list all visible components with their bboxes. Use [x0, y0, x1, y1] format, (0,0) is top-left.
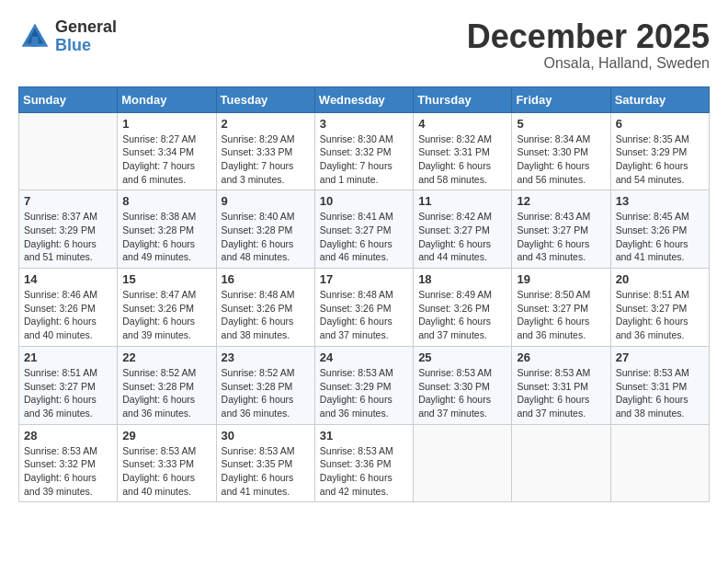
day-number: 11: [418, 194, 506, 208]
calendar-cell: 22Sunrise: 8:52 AM Sunset: 3:28 PM Dayli…: [118, 346, 216, 424]
day-info: Sunrise: 8:53 AM Sunset: 3:33 PM Dayligh…: [122, 444, 210, 499]
day-info: Sunrise: 8:48 AM Sunset: 3:26 PM Dayligh…: [222, 288, 310, 342]
calendar-cell: 28Sunrise: 8:53 AM Sunset: 3:32 PM Dayli…: [19, 424, 118, 502]
calendar-cell: 8Sunrise: 8:38 AM Sunset: 3:28 PM Daylig…: [118, 190, 216, 269]
day-info: Sunrise: 8:46 AM Sunset: 3:26 PM Dayligh…: [24, 288, 112, 342]
calendar-cell: 26Sunrise: 8:53 AM Sunset: 3:31 PM Dayli…: [512, 346, 610, 424]
calendar-cell: 1Sunrise: 8:27 AM Sunset: 3:34 PM Daylig…: [118, 112, 216, 190]
calendar-cell: 6Sunrise: 8:35 AM Sunset: 3:29 PM Daylig…: [610, 112, 709, 190]
day-number: 7: [24, 194, 112, 208]
calendar-cell: [414, 424, 512, 502]
day-info: Sunrise: 8:53 AM Sunset: 3:31 PM Dayligh…: [517, 366, 605, 420]
calendar-week-row: 14Sunrise: 8:46 AM Sunset: 3:26 PM Dayli…: [19, 269, 710, 347]
day-info: Sunrise: 8:49 AM Sunset: 3:26 PM Dayligh…: [418, 288, 506, 342]
calendar-cell: 27Sunrise: 8:53 AM Sunset: 3:31 PM Dayli…: [610, 346, 709, 424]
calendar-cell: 2Sunrise: 8:29 AM Sunset: 3:33 PM Daylig…: [216, 112, 314, 190]
calendar-cell: 17Sunrise: 8:48 AM Sunset: 3:26 PM Dayli…: [314, 269, 413, 347]
logo-icon: [18, 20, 51, 53]
day-number: 28: [24, 429, 112, 442]
day-number: 16: [222, 272, 310, 286]
day-info: Sunrise: 8:38 AM Sunset: 3:28 PM Dayligh…: [122, 210, 210, 264]
day-number: 31: [320, 429, 408, 442]
day-info: Sunrise: 8:53 AM Sunset: 3:30 PM Dayligh…: [418, 366, 506, 420]
day-number: 13: [616, 194, 704, 208]
day-info: Sunrise: 8:37 AM Sunset: 3:29 PM Dayligh…: [24, 210, 112, 264]
calendar-cell: [19, 112, 118, 190]
day-info: Sunrise: 8:41 AM Sunset: 3:27 PM Dayligh…: [320, 210, 408, 264]
day-number: 18: [418, 272, 506, 286]
day-number: 5: [517, 117, 605, 131]
day-number: 19: [517, 272, 605, 286]
calendar-cell: 9Sunrise: 8:40 AM Sunset: 3:28 PM Daylig…: [216, 190, 314, 269]
calendar-cell: 19Sunrise: 8:50 AM Sunset: 3:27 PM Dayli…: [512, 269, 610, 347]
calendar-cell: 5Sunrise: 8:34 AM Sunset: 3:30 PM Daylig…: [512, 112, 610, 190]
header-friday: Friday: [512, 86, 610, 112]
header-saturday: Saturday: [610, 86, 709, 112]
day-info: Sunrise: 8:34 AM Sunset: 3:30 PM Dayligh…: [517, 132, 605, 187]
day-info: Sunrise: 8:53 AM Sunset: 3:35 PM Dayligh…: [222, 444, 310, 499]
calendar-cell: 31Sunrise: 8:53 AM Sunset: 3:36 PM Dayli…: [314, 424, 413, 502]
day-info: Sunrise: 8:43 AM Sunset: 3:27 PM Dayligh…: [517, 210, 605, 264]
calendar-cell: 30Sunrise: 8:53 AM Sunset: 3:35 PM Dayli…: [216, 424, 314, 502]
calendar-cell: 18Sunrise: 8:49 AM Sunset: 3:26 PM Dayli…: [414, 269, 512, 347]
day-number: 27: [616, 350, 704, 364]
day-info: Sunrise: 8:53 AM Sunset: 3:32 PM Dayligh…: [24, 444, 112, 499]
day-info: Sunrise: 8:42 AM Sunset: 3:27 PM Dayligh…: [418, 210, 506, 264]
calendar-cell: 4Sunrise: 8:32 AM Sunset: 3:31 PM Daylig…: [414, 112, 512, 190]
day-info: Sunrise: 8:50 AM Sunset: 3:27 PM Dayligh…: [517, 288, 605, 342]
day-number: 30: [222, 429, 310, 442]
calendar-cell: 12Sunrise: 8:43 AM Sunset: 3:27 PM Dayli…: [512, 190, 610, 269]
calendar-header-row: SundayMondayTuesdayWednesdayThursdayFrid…: [19, 86, 710, 112]
day-info: Sunrise: 8:52 AM Sunset: 3:28 PM Dayligh…: [222, 366, 310, 420]
calendar-week-row: 28Sunrise: 8:53 AM Sunset: 3:32 PM Dayli…: [19, 424, 710, 502]
day-number: 23: [222, 350, 310, 364]
month-title: December 2025: [467, 18, 710, 55]
calendar-week-row: 7Sunrise: 8:37 AM Sunset: 3:29 PM Daylig…: [19, 190, 710, 269]
header-tuesday: Tuesday: [216, 86, 314, 112]
day-info: Sunrise: 8:47 AM Sunset: 3:26 PM Dayligh…: [122, 288, 210, 342]
day-number: 26: [517, 350, 605, 364]
day-number: 25: [418, 350, 506, 364]
day-info: Sunrise: 8:45 AM Sunset: 3:26 PM Dayligh…: [616, 210, 704, 264]
svg-rect-2: [31, 37, 38, 47]
calendar-cell: 16Sunrise: 8:48 AM Sunset: 3:26 PM Dayli…: [216, 269, 314, 347]
day-number: 4: [418, 117, 506, 131]
calendar-cell: 15Sunrise: 8:47 AM Sunset: 3:26 PM Dayli…: [118, 269, 216, 347]
day-number: 6: [616, 117, 704, 131]
day-number: 1: [122, 117, 210, 131]
day-number: 10: [320, 194, 408, 208]
header-thursday: Thursday: [414, 86, 512, 112]
header-sunday: Sunday: [19, 86, 118, 112]
day-number: 14: [24, 272, 112, 286]
calendar-cell: 13Sunrise: 8:45 AM Sunset: 3:26 PM Dayli…: [610, 190, 709, 269]
calendar-table: SundayMondayTuesdayWednesdayThursdayFrid…: [18, 86, 710, 503]
calendar-cell: 10Sunrise: 8:41 AM Sunset: 3:27 PM Dayli…: [314, 190, 413, 269]
day-info: Sunrise: 8:52 AM Sunset: 3:28 PM Dayligh…: [122, 366, 210, 420]
calendar-cell: 20Sunrise: 8:51 AM Sunset: 3:27 PM Dayli…: [610, 269, 709, 347]
logo: General Blue: [18, 18, 117, 55]
day-number: 2: [222, 117, 310, 131]
day-number: 9: [222, 194, 310, 208]
calendar-cell: 21Sunrise: 8:51 AM Sunset: 3:27 PM Dayli…: [19, 346, 118, 424]
calendar-cell: [512, 424, 610, 502]
page-header: General Blue December 2025 Onsala, Halla…: [18, 18, 710, 72]
day-info: Sunrise: 8:32 AM Sunset: 3:31 PM Dayligh…: [418, 132, 506, 187]
day-info: Sunrise: 8:53 AM Sunset: 3:31 PM Dayligh…: [616, 366, 704, 420]
day-number: 12: [517, 194, 605, 208]
day-info: Sunrise: 8:29 AM Sunset: 3:33 PM Dayligh…: [222, 132, 310, 187]
day-info: Sunrise: 8:40 AM Sunset: 3:28 PM Dayligh…: [222, 210, 310, 264]
calendar-cell: 24Sunrise: 8:53 AM Sunset: 3:29 PM Dayli…: [314, 346, 413, 424]
day-number: 21: [24, 350, 112, 364]
day-info: Sunrise: 8:51 AM Sunset: 3:27 PM Dayligh…: [616, 288, 704, 342]
title-area: December 2025 Onsala, Halland, Sweden: [467, 18, 710, 72]
calendar-cell: 7Sunrise: 8:37 AM Sunset: 3:29 PM Daylig…: [19, 190, 118, 269]
calendar-cell: [610, 424, 709, 502]
day-info: Sunrise: 8:53 AM Sunset: 3:29 PM Dayligh…: [320, 366, 408, 420]
calendar-cell: 25Sunrise: 8:53 AM Sunset: 3:30 PM Dayli…: [414, 346, 512, 424]
day-number: 20: [616, 272, 704, 286]
day-info: Sunrise: 8:51 AM Sunset: 3:27 PM Dayligh…: [24, 366, 112, 420]
logo-text: General Blue: [55, 18, 117, 55]
day-number: 15: [122, 272, 210, 286]
day-number: 22: [122, 350, 210, 364]
calendar-cell: 29Sunrise: 8:53 AM Sunset: 3:33 PM Dayli…: [118, 424, 216, 502]
